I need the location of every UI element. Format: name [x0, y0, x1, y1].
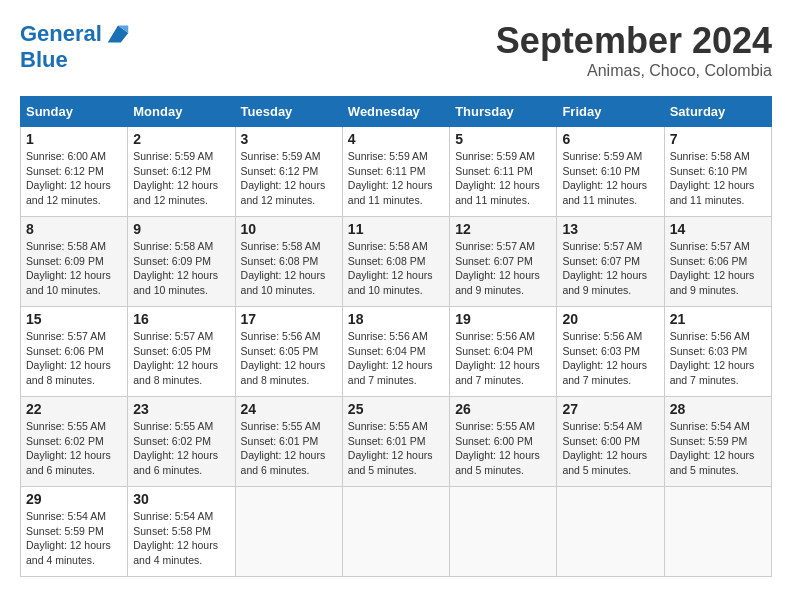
day-number: 17 [241, 311, 337, 327]
day-details: Sunrise: 5:54 AM Sunset: 6:00 PM Dayligh… [562, 419, 658, 478]
calendar-week-row: 29Sunrise: 5:54 AM Sunset: 5:59 PM Dayli… [21, 487, 772, 577]
day-number: 19 [455, 311, 551, 327]
calendar-cell: 9Sunrise: 5:58 AM Sunset: 6:09 PM Daylig… [128, 217, 235, 307]
day-details: Sunrise: 5:57 AM Sunset: 6:06 PM Dayligh… [670, 239, 766, 298]
day-number: 3 [241, 131, 337, 147]
col-header-wednesday: Wednesday [342, 97, 449, 127]
day-details: Sunrise: 5:58 AM Sunset: 6:08 PM Dayligh… [241, 239, 337, 298]
day-details: Sunrise: 5:57 AM Sunset: 6:07 PM Dayligh… [562, 239, 658, 298]
day-number: 10 [241, 221, 337, 237]
day-number: 22 [26, 401, 122, 417]
calendar-cell: 24Sunrise: 5:55 AM Sunset: 6:01 PM Dayli… [235, 397, 342, 487]
day-details: Sunrise: 5:57 AM Sunset: 6:05 PM Dayligh… [133, 329, 229, 388]
page-header: General Blue September 2024 Animas, Choc… [20, 20, 772, 80]
day-number: 27 [562, 401, 658, 417]
day-number: 15 [26, 311, 122, 327]
day-number: 18 [348, 311, 444, 327]
col-header-friday: Friday [557, 97, 664, 127]
day-details: Sunrise: 5:58 AM Sunset: 6:10 PM Dayligh… [670, 149, 766, 208]
day-number: 30 [133, 491, 229, 507]
day-number: 20 [562, 311, 658, 327]
calendar-cell: 21Sunrise: 5:56 AM Sunset: 6:03 PM Dayli… [664, 307, 771, 397]
calendar-cell: 19Sunrise: 5:56 AM Sunset: 6:04 PM Dayli… [450, 307, 557, 397]
day-number: 4 [348, 131, 444, 147]
day-details: Sunrise: 5:54 AM Sunset: 5:58 PM Dayligh… [133, 509, 229, 568]
day-details: Sunrise: 5:59 AM Sunset: 6:10 PM Dayligh… [562, 149, 658, 208]
logo-text: General [20, 22, 102, 46]
day-details: Sunrise: 5:59 AM Sunset: 6:11 PM Dayligh… [348, 149, 444, 208]
day-number: 23 [133, 401, 229, 417]
day-details: Sunrise: 5:55 AM Sunset: 6:01 PM Dayligh… [241, 419, 337, 478]
calendar-cell [664, 487, 771, 577]
calendar-cell: 11Sunrise: 5:58 AM Sunset: 6:08 PM Dayli… [342, 217, 449, 307]
calendar-cell: 17Sunrise: 5:56 AM Sunset: 6:05 PM Dayli… [235, 307, 342, 397]
month-title: September 2024 [496, 20, 772, 62]
title-block: September 2024 Animas, Choco, Colombia [496, 20, 772, 80]
logo-icon [104, 20, 132, 48]
day-details: Sunrise: 5:58 AM Sunset: 6:08 PM Dayligh… [348, 239, 444, 298]
calendar-cell: 8Sunrise: 5:58 AM Sunset: 6:09 PM Daylig… [21, 217, 128, 307]
col-header-saturday: Saturday [664, 97, 771, 127]
calendar-header-row: SundayMondayTuesdayWednesdayThursdayFrid… [21, 97, 772, 127]
calendar-cell: 25Sunrise: 5:55 AM Sunset: 6:01 PM Dayli… [342, 397, 449, 487]
location-subtitle: Animas, Choco, Colombia [496, 62, 772, 80]
day-details: Sunrise: 5:55 AM Sunset: 6:01 PM Dayligh… [348, 419, 444, 478]
calendar-cell: 27Sunrise: 5:54 AM Sunset: 6:00 PM Dayli… [557, 397, 664, 487]
calendar-cell [342, 487, 449, 577]
day-number: 26 [455, 401, 551, 417]
calendar-cell: 22Sunrise: 5:55 AM Sunset: 6:02 PM Dayli… [21, 397, 128, 487]
day-number: 9 [133, 221, 229, 237]
calendar-week-row: 15Sunrise: 5:57 AM Sunset: 6:06 PM Dayli… [21, 307, 772, 397]
day-details: Sunrise: 5:57 AM Sunset: 6:06 PM Dayligh… [26, 329, 122, 388]
calendar-week-row: 8Sunrise: 5:58 AM Sunset: 6:09 PM Daylig… [21, 217, 772, 307]
day-number: 29 [26, 491, 122, 507]
calendar-cell [557, 487, 664, 577]
day-details: Sunrise: 5:58 AM Sunset: 6:09 PM Dayligh… [133, 239, 229, 298]
calendar-cell: 28Sunrise: 5:54 AM Sunset: 5:59 PM Dayli… [664, 397, 771, 487]
day-details: Sunrise: 5:57 AM Sunset: 6:07 PM Dayligh… [455, 239, 551, 298]
day-number: 28 [670, 401, 766, 417]
day-number: 21 [670, 311, 766, 327]
calendar-cell: 5Sunrise: 5:59 AM Sunset: 6:11 PM Daylig… [450, 127, 557, 217]
calendar-week-row: 1Sunrise: 6:00 AM Sunset: 6:12 PM Daylig… [21, 127, 772, 217]
calendar-cell: 29Sunrise: 5:54 AM Sunset: 5:59 PM Dayli… [21, 487, 128, 577]
day-number: 12 [455, 221, 551, 237]
calendar-cell: 1Sunrise: 6:00 AM Sunset: 6:12 PM Daylig… [21, 127, 128, 217]
day-details: Sunrise: 5:55 AM Sunset: 6:02 PM Dayligh… [133, 419, 229, 478]
calendar-cell: 2Sunrise: 5:59 AM Sunset: 6:12 PM Daylig… [128, 127, 235, 217]
col-header-thursday: Thursday [450, 97, 557, 127]
day-details: Sunrise: 6:00 AM Sunset: 6:12 PM Dayligh… [26, 149, 122, 208]
day-details: Sunrise: 5:56 AM Sunset: 6:03 PM Dayligh… [562, 329, 658, 388]
day-details: Sunrise: 5:56 AM Sunset: 6:03 PM Dayligh… [670, 329, 766, 388]
day-details: Sunrise: 5:59 AM Sunset: 6:12 PM Dayligh… [241, 149, 337, 208]
calendar-cell: 10Sunrise: 5:58 AM Sunset: 6:08 PM Dayli… [235, 217, 342, 307]
calendar-cell: 26Sunrise: 5:55 AM Sunset: 6:00 PM Dayli… [450, 397, 557, 487]
calendar-cell: 16Sunrise: 5:57 AM Sunset: 6:05 PM Dayli… [128, 307, 235, 397]
day-number: 1 [26, 131, 122, 147]
day-number: 2 [133, 131, 229, 147]
day-details: Sunrise: 5:54 AM Sunset: 5:59 PM Dayligh… [670, 419, 766, 478]
col-header-sunday: Sunday [21, 97, 128, 127]
day-number: 24 [241, 401, 337, 417]
calendar-cell: 23Sunrise: 5:55 AM Sunset: 6:02 PM Dayli… [128, 397, 235, 487]
calendar-cell: 6Sunrise: 5:59 AM Sunset: 6:10 PM Daylig… [557, 127, 664, 217]
calendar-cell: 7Sunrise: 5:58 AM Sunset: 6:10 PM Daylig… [664, 127, 771, 217]
day-number: 5 [455, 131, 551, 147]
calendar-cell: 30Sunrise: 5:54 AM Sunset: 5:58 PM Dayli… [128, 487, 235, 577]
calendar-cell: 13Sunrise: 5:57 AM Sunset: 6:07 PM Dayli… [557, 217, 664, 307]
calendar-cell [235, 487, 342, 577]
calendar-cell: 14Sunrise: 5:57 AM Sunset: 6:06 PM Dayli… [664, 217, 771, 307]
calendar-cell: 12Sunrise: 5:57 AM Sunset: 6:07 PM Dayli… [450, 217, 557, 307]
day-details: Sunrise: 5:54 AM Sunset: 5:59 PM Dayligh… [26, 509, 122, 568]
day-details: Sunrise: 5:56 AM Sunset: 6:05 PM Dayligh… [241, 329, 337, 388]
day-details: Sunrise: 5:56 AM Sunset: 6:04 PM Dayligh… [455, 329, 551, 388]
day-number: 16 [133, 311, 229, 327]
calendar-cell [450, 487, 557, 577]
day-number: 6 [562, 131, 658, 147]
calendar-cell: 20Sunrise: 5:56 AM Sunset: 6:03 PM Dayli… [557, 307, 664, 397]
day-number: 25 [348, 401, 444, 417]
calendar-cell: 15Sunrise: 5:57 AM Sunset: 6:06 PM Dayli… [21, 307, 128, 397]
day-details: Sunrise: 5:56 AM Sunset: 6:04 PM Dayligh… [348, 329, 444, 388]
day-number: 8 [26, 221, 122, 237]
calendar-week-row: 22Sunrise: 5:55 AM Sunset: 6:02 PM Dayli… [21, 397, 772, 487]
